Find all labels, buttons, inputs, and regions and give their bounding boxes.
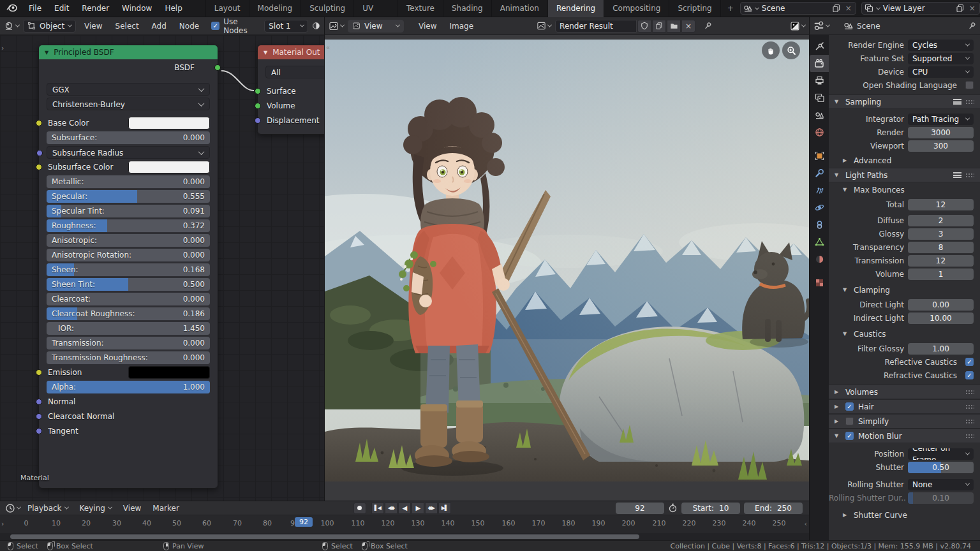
- jump-to-start-button[interactable]: ▌◀: [371, 503, 384, 514]
- duplicate-icon[interactable]: [956, 4, 965, 13]
- volume-bounces-row[interactable]: Volume 1: [829, 268, 974, 280]
- blender-logo-icon[interactable]: [0, 3, 22, 14]
- grip-icon[interactable]: [965, 419, 974, 424]
- menu-render[interactable]: Render: [75, 0, 115, 17]
- tab-uv-editing[interactable]: UV Editing: [353, 0, 397, 17]
- render-engine-row[interactable]: Render Engine Cycles: [829, 39, 974, 51]
- object-icon[interactable]: [810, 147, 829, 165]
- editor-type-button[interactable]: [329, 21, 344, 31]
- transmission-bounces-row[interactable]: Transmission 12: [829, 254, 974, 267]
- pan-view-button[interactable]: [762, 41, 780, 59]
- menu-view[interactable]: View: [119, 504, 145, 513]
- record-button[interactable]: [353, 503, 366, 514]
- use-nodes-toggle[interactable]: ✓ Use Nodes: [211, 17, 251, 35]
- play-reverse-button[interactable]: ◀: [398, 503, 411, 514]
- section-clamping[interactable]: ▼Clamping: [829, 283, 980, 297]
- current-frame-badge[interactable]: 92: [295, 517, 313, 527]
- display-mode-dropdown[interactable]: View: [348, 20, 404, 33]
- section-max-bounces[interactable]: ▼Max Bounces: [829, 182, 980, 197]
- scene-icon[interactable]: [810, 107, 829, 124]
- section-hair[interactable]: ▶✓Hair: [829, 399, 980, 414]
- image-browse-button[interactable]: [537, 21, 551, 31]
- current-frame-field[interactable]: 92: [616, 503, 664, 514]
- render-icon[interactable]: [810, 55, 829, 72]
- shader-node-editor[interactable]: › ▼ Principled BSDF BSDF GGX Christensen…: [0, 35, 324, 501]
- section-volumes[interactable]: ▶Volumes: [829, 385, 980, 399]
- feature-set-row[interactable]: Feature Set Supported: [829, 52, 974, 64]
- presets-icon[interactable]: [953, 172, 961, 178]
- tab-animation[interactable]: Animation: [491, 0, 547, 17]
- editor-type-button[interactable]: [5, 503, 20, 513]
- checkbox-icon[interactable]: [965, 81, 974, 89]
- section-simplify[interactable]: ▶Simplify: [829, 414, 980, 429]
- material-preview-icon[interactable]: [312, 20, 320, 31]
- render-samples-row[interactable]: Render 3000: [829, 126, 974, 138]
- checkbox-icon[interactable]: ✓: [845, 432, 854, 440]
- menu-node[interactable]: Node: [175, 22, 204, 31]
- menu-help[interactable]: Help: [158, 0, 188, 17]
- grip-icon[interactable]: [965, 173, 974, 178]
- world-icon[interactable]: [810, 124, 829, 141]
- checkbox-icon[interactable]: ✓: [965, 371, 974, 379]
- output-icon[interactable]: [810, 72, 829, 89]
- close-icon[interactable]: ×: [968, 4, 977, 13]
- unlink-image-button[interactable]: ×: [681, 20, 695, 33]
- view-layer-icon[interactable]: [810, 89, 829, 107]
- checkbox-icon[interactable]: ✓: [845, 402, 854, 411]
- direct-light-row[interactable]: Direct Light 0.00: [829, 298, 974, 311]
- editor-type-button[interactable]: [4, 21, 19, 31]
- tab-modeling[interactable]: Modeling: [249, 0, 301, 17]
- menu-view[interactable]: View: [414, 22, 441, 31]
- menu-playback[interactable]: Playback: [23, 504, 73, 513]
- grip-icon[interactable]: [965, 404, 974, 409]
- zoom-view-button[interactable]: [782, 41, 800, 59]
- shading-mode-dropdown[interactable]: Object: [23, 20, 76, 33]
- reflective-caustics-row[interactable]: Reflective Caustics ✓: [829, 356, 974, 368]
- glossy-bounces-row[interactable]: Glossy 3: [829, 228, 974, 240]
- refractive-caustics-row[interactable]: Refractive Caustics ✓: [829, 369, 974, 381]
- prev-keyframe-button[interactable]: ◀◆: [385, 503, 397, 514]
- tool-icon[interactable]: [810, 38, 829, 55]
- menu-add[interactable]: Add: [147, 22, 171, 31]
- scrollbar-thumb[interactable]: [10, 534, 639, 539]
- menu-file[interactable]: File: [22, 0, 48, 17]
- menu-view[interactable]: View: [80, 22, 107, 31]
- timeline-scrollbar[interactable]: [0, 533, 809, 540]
- transparency-bounces-row[interactable]: Transparency 8: [829, 241, 974, 253]
- duplicate-icon[interactable]: [832, 4, 841, 13]
- device-row[interactable]: Device CPU: [829, 66, 974, 78]
- tab-rendering[interactable]: Rendering: [547, 0, 604, 17]
- slot-dropdown[interactable]: Slot 1: [264, 20, 308, 33]
- end-frame-field[interactable]: End:250: [744, 503, 803, 514]
- panel-toggle-icon[interactable]: ‹: [805, 520, 807, 528]
- section-caustics[interactable]: ▼Caustics: [829, 327, 980, 341]
- indirect-light-row[interactable]: Indirect Light 10.00: [829, 312, 974, 324]
- display-channels-button[interactable]: [790, 21, 805, 31]
- panel-toggle-icon[interactable]: ›: [1, 520, 4, 528]
- filter-glossy-row[interactable]: Filter Glossy 1.00: [829, 342, 974, 355]
- tab-scripting[interactable]: Scripting: [669, 0, 720, 17]
- constraints-icon[interactable]: [810, 216, 829, 233]
- add-workspace-button[interactable]: +: [720, 0, 740, 17]
- open-image-button[interactable]: [667, 20, 681, 33]
- material-icon[interactable]: [810, 251, 829, 268]
- checkbox-icon[interactable]: ✓: [965, 358, 974, 366]
- scene-selector[interactable]: Scene ×: [740, 2, 856, 15]
- tab-sculpting[interactable]: Sculpting: [301, 0, 353, 17]
- viewport-samples-row[interactable]: Viewport 300: [829, 140, 974, 152]
- mb-shutter-row[interactable]: Shutter 0.50: [829, 461, 974, 473]
- checkbox-icon[interactable]: [845, 417, 854, 425]
- timeline-ruler[interactable]: 0 10 20 30 40 50 60 70 80 90 100 110 120…: [0, 515, 809, 533]
- total-bounces-row[interactable]: Total 12: [829, 198, 974, 210]
- section-shutter-curve[interactable]: ▶Shutter Curve: [829, 508, 980, 522]
- tab-texture-paint[interactable]: Texture Paint: [397, 0, 443, 17]
- particles-icon[interactable]: [810, 182, 829, 199]
- grip-icon[interactable]: [965, 390, 974, 395]
- menu-keying[interactable]: Keying: [75, 504, 116, 513]
- start-frame-field[interactable]: Start:10: [681, 503, 740, 514]
- tab-layout[interactable]: Layout: [205, 0, 249, 17]
- osl-row[interactable]: Open Shading Language: [829, 79, 974, 91]
- pin-icon[interactable]: [967, 22, 976, 31]
- object-data-icon[interactable]: [810, 233, 829, 251]
- menu-window[interactable]: Window: [115, 0, 158, 17]
